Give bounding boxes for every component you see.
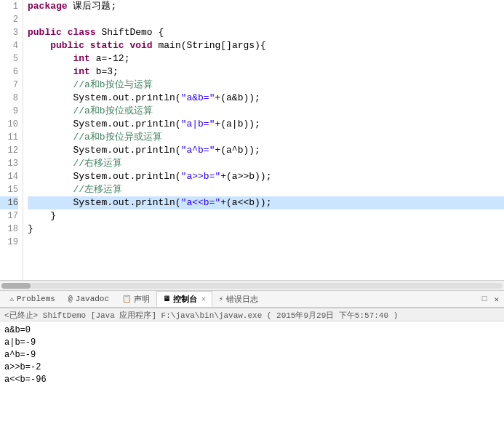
line-number-6: 6 bbox=[0, 65, 18, 79]
line-number-16: 16 bbox=[0, 196, 18, 209]
token: //右移运算 bbox=[28, 158, 122, 169]
token: int bbox=[73, 66, 89, 77]
code-line-17[interactable]: } bbox=[28, 209, 504, 223]
code-line-5[interactable]: int a=-12; bbox=[28, 52, 504, 65]
editor-scrollbar[interactable] bbox=[0, 280, 504, 290]
console-area: <已终止> ShiftDemo [Java 应用程序] F:\java\bin\… bbox=[0, 308, 504, 424]
token: +(a&b)); bbox=[215, 92, 260, 103]
line-number-14: 14 bbox=[0, 170, 18, 183]
code-line-2[interactable] bbox=[28, 13, 504, 26]
token: //a和b按位与运算 bbox=[28, 79, 153, 90]
line-number-13: 13 bbox=[0, 157, 18, 170]
tab-icon: ⚡ bbox=[219, 295, 223, 303]
code-line-4[interactable]: public static void main(String[]args){ bbox=[28, 39, 504, 52]
tab-label: Javadoc bbox=[76, 295, 109, 303]
code-line-9[interactable]: //a和b按位或运算 bbox=[28, 105, 504, 118]
console-line: a>>b=-2 bbox=[4, 361, 500, 374]
code-line-19[interactable] bbox=[28, 236, 504, 249]
scrollbar-track[interactable] bbox=[1, 283, 503, 289]
console-line: a&b=0 bbox=[4, 324, 500, 337]
token: void bbox=[129, 40, 152, 51]
code-line-6[interactable]: int b=3; bbox=[28, 65, 504, 79]
editor-area: 12345678910111213141516171819 package 课后… bbox=[0, 0, 504, 290]
code-line-10[interactable]: System.out.println("a|b="+(a|b)); bbox=[28, 118, 504, 131]
tab-icon: 🖥 bbox=[163, 295, 170, 303]
token: System.out.println( bbox=[28, 145, 181, 156]
line-number-19: 19 bbox=[0, 236, 18, 249]
token: +(a|b)); bbox=[215, 119, 260, 129]
scrollbar-thumb[interactable] bbox=[1, 283, 31, 289]
token: +(a<<b)); bbox=[220, 197, 271, 208]
token: //左移运算 bbox=[28, 184, 122, 195]
token bbox=[28, 66, 73, 77]
console-line: a^b=-9 bbox=[4, 349, 500, 361]
code-line-16[interactable]: System.out.println("a<<b="+(a<<b)); bbox=[28, 196, 504, 209]
line-number-7: 7 bbox=[0, 79, 18, 92]
console-line: a<<b=-96 bbox=[4, 374, 500, 386]
tab-close-icon[interactable]: ✕ bbox=[201, 295, 206, 303]
tab-Javadoc[interactable]: @Javadoc bbox=[62, 291, 116, 307]
tab-控制台[interactable]: 🖥控制台✕ bbox=[156, 291, 212, 307]
tab-label: 错误日志 bbox=[226, 294, 258, 305]
token: +(a^b)); bbox=[215, 145, 260, 156]
code-line-12[interactable]: System.out.println("a^b="+(a^b)); bbox=[28, 144, 504, 157]
token: //a和b按位异或运算 bbox=[28, 132, 162, 143]
token: main(String[]args){ bbox=[153, 40, 266, 51]
line-number-5: 5 bbox=[0, 52, 18, 65]
token bbox=[62, 27, 68, 38]
console-line: a|b=-9 bbox=[4, 337, 500, 349]
token: "a|b=" bbox=[181, 119, 215, 129]
token: System.out.println( bbox=[28, 92, 181, 103]
line-number-4: 4 bbox=[0, 39, 18, 52]
tab-label: Problems bbox=[17, 295, 55, 303]
tab-Problems[interactable]: ⚠Problems bbox=[3, 291, 62, 307]
token: ShiftDemo { bbox=[96, 27, 164, 38]
code-line-11[interactable]: //a和b按位异或运算 bbox=[28, 131, 504, 144]
token: } bbox=[28, 210, 56, 221]
code-line-7[interactable]: //a和b按位与运算 bbox=[28, 79, 504, 92]
code-line-18[interactable]: } bbox=[28, 223, 504, 236]
token: System.out.println( bbox=[28, 197, 181, 208]
token bbox=[84, 40, 90, 51]
line-number-3: 3 bbox=[0, 26, 18, 39]
token: a=-12; bbox=[90, 53, 130, 64]
code-line-13[interactable]: //右移运算 bbox=[28, 157, 504, 170]
token: public bbox=[50, 40, 84, 51]
token: public bbox=[28, 27, 62, 38]
line-number-12: 12 bbox=[0, 144, 18, 157]
token bbox=[28, 40, 50, 51]
tab-声明[interactable]: 📋声明 bbox=[116, 291, 156, 307]
token: +(a>>b)); bbox=[220, 171, 271, 182]
tab-label: 声明 bbox=[134, 294, 150, 305]
line-number-11: 11 bbox=[0, 131, 18, 144]
token: "a^b=" bbox=[181, 145, 215, 156]
tab-错误日志[interactable]: ⚡错误日志 bbox=[212, 291, 265, 307]
tab-bar-right-buttons: □✕ bbox=[480, 295, 501, 304]
token: //a和b按位或运算 bbox=[28, 105, 153, 116]
tab-label: 控制台 bbox=[173, 294, 197, 305]
bottom-tab-bar: ⚠Problems@Javadoc📋声明🖥控制台✕⚡错误日志□✕ bbox=[0, 290, 504, 308]
tab-icon: 📋 bbox=[122, 295, 131, 303]
code-line-15[interactable]: //左移运算 bbox=[28, 183, 504, 196]
line-number-17: 17 bbox=[0, 209, 18, 223]
code-line-3[interactable]: public class ShiftDemo { bbox=[28, 26, 504, 39]
token: package bbox=[28, 1, 68, 12]
token: int bbox=[73, 53, 89, 64]
tab-bar-btn[interactable]: □ bbox=[480, 295, 489, 303]
code-line-14[interactable]: System.out.println("a>>b="+(a>>b)); bbox=[28, 170, 504, 183]
token: "a&b=" bbox=[181, 92, 215, 103]
code-container: 12345678910111213141516171819 package 课后… bbox=[0, 0, 504, 280]
token: class bbox=[68, 27, 96, 38]
tab-icon: @ bbox=[68, 295, 73, 303]
token: b=3; bbox=[90, 66, 119, 77]
code-line-1[interactable]: package 课后习题; bbox=[28, 0, 504, 13]
code-line-8[interactable]: System.out.println("a&b="+(a&b)); bbox=[28, 92, 504, 105]
line-number-8: 8 bbox=[0, 92, 18, 105]
line-number-9: 9 bbox=[0, 105, 18, 118]
tab-bar-btn[interactable]: ✕ bbox=[492, 295, 501, 304]
token: "a<<b=" bbox=[181, 197, 221, 208]
code-content[interactable]: package 课后习题; public class ShiftDemo { p… bbox=[23, 0, 504, 280]
console-content: a&b=0a|b=-9a^b=-9a>>b=-2a<<b=-96 bbox=[0, 321, 504, 424]
token: "a>>b=" bbox=[181, 171, 221, 182]
line-number-15: 15 bbox=[0, 183, 18, 196]
